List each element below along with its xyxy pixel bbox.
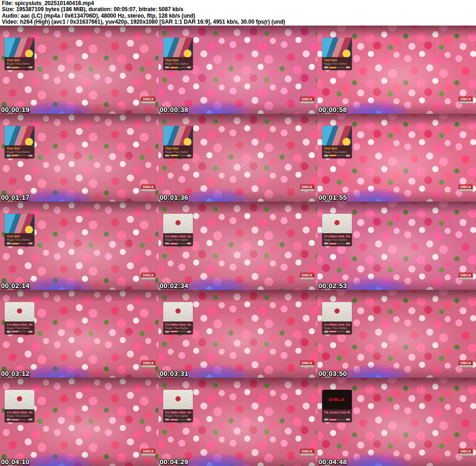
dmca-badge-label: DMCA (141, 361, 155, 365)
music-player-overlay: Thot Shit Megan Thee Stallion (163, 38, 193, 70)
dmca-badge-strip (459, 189, 473, 191)
track-meta: Cry Baby (feat. DaBaby) Megan Thee Stall… (163, 322, 193, 335)
dmca-badge-strip (459, 277, 473, 280)
album-art (5, 38, 34, 57)
dmca-badge-strip (459, 365, 473, 368)
dmca-badge-strip (459, 453, 473, 456)
track-meta: Thot Shit Megan Thee Stallion (5, 233, 34, 246)
track-elapsed-time (324, 331, 328, 333)
album-art (163, 214, 193, 233)
track-elapsed-time (7, 155, 11, 157)
dmca-badge-label: DMCA (300, 97, 314, 101)
album-art (5, 390, 34, 409)
track-progress (324, 243, 350, 244)
track-meta: Thot Shit Megan Thee Stallion (322, 145, 352, 158)
track-meta: Cry Baby (feat. DaBaby) Megan Thee Stall… (163, 409, 193, 422)
file-info-header: File: spicysluts_202510140416.mp4 Size: … (0, 0, 476, 26)
dmca-badge: DMCA (300, 361, 314, 368)
track-total-time (187, 419, 191, 420)
video-thumbnail[interactable]: Thot Shit Megan Thee Stallion DMCA 00:00… (159, 26, 317, 114)
track-title: Thot Shit (7, 235, 33, 238)
video-thumbnail[interactable]: Cry Baby (feat. DaBaby) Megan Thee Stall… (0, 378, 159, 466)
track-progress (7, 66, 33, 68)
track-progress-bar (12, 331, 27, 332)
track-elapsed-time (324, 155, 328, 157)
track-total-time (346, 155, 350, 157)
video-thumbnail[interactable]: Thot Shit Megan Thee Stallion DMCA 00:02… (0, 202, 159, 290)
track-total-time (187, 243, 191, 244)
track-title: Cry Baby (feat. DaBaby) (324, 235, 350, 238)
track-title: Cry Baby (feat. DaBaby) (7, 411, 33, 414)
video-thumbnail[interactable]: Thot Shit Megan Thee Stallion DMCA 00:00… (0, 26, 159, 114)
dmca-badge-label: DMCA (141, 449, 155, 453)
video-thumbnail[interactable]: Cry Baby (feat. DaBaby) Megan Thee Stall… (159, 202, 317, 290)
track-elapsed-time (7, 419, 11, 420)
track-progress (324, 419, 350, 420)
track-progress-bar (170, 419, 186, 420)
video-info-line: Video: h264 (High) (avc1 / 0x31637661), … (2, 19, 476, 25)
timestamp-label: 00:02:53 (318, 282, 347, 289)
dmca-badge-strip (300, 453, 314, 456)
track-progress-bar (170, 243, 186, 244)
track-total-time (346, 419, 350, 420)
music-player-overlay: Cry Baby (feat. DaBaby) Megan Thee Stall… (163, 302, 193, 335)
track-elapsed-time (7, 331, 11, 333)
music-player-overlay: Cry Baby (feat. DaBaby) Megan Thee Stall… (163, 390, 193, 422)
dmca-badge: DMCA (300, 184, 314, 191)
track-meta: Thot Shit Megan Thee Stallion (163, 57, 193, 70)
track-progress-bar (12, 243, 27, 244)
music-player-overlay: Cry Baby (feat. DaBaby) Megan Thee Stall… (322, 214, 352, 246)
dmca-badge: DMCA (459, 184, 473, 191)
video-thumbnail[interactable]: Thot Shit Megan Thee Stallion DMCA 00:01… (317, 114, 476, 202)
dmca-badge: DMCA (141, 184, 155, 191)
dmca-badge-label: DMCA (459, 184, 473, 189)
dmca-badge-label: DMCA (141, 97, 155, 101)
track-progress-bar (12, 155, 27, 156)
track-total-time (346, 66, 350, 68)
track-total-time (28, 155, 33, 157)
album-art (163, 126, 193, 145)
dmca-badge: DMCA (141, 97, 155, 104)
track-title: Thot Shit (165, 147, 191, 150)
timestamp-label: 00:00:58 (318, 105, 347, 113)
track-meta: Thot Shit Megan Thee Stallion (163, 145, 193, 158)
track-progress (7, 243, 33, 244)
dmca-badge: DMCA (300, 449, 314, 456)
track-meta: Cry Baby (feat. DaBaby) Megan Thee Stall… (322, 233, 352, 246)
video-thumbnail[interactable]: Cry Baby (feat. DaBaby) Megan Thee Stall… (159, 378, 317, 466)
video-thumbnail[interactable]: Cry Baby (feat. DaBaby) Megan Thee Stall… (159, 290, 317, 378)
album-art (163, 38, 193, 57)
track-title: Thot Shit (324, 59, 350, 62)
track-artist: Megan Thee Stallion (7, 327, 33, 329)
track-elapsed-time (7, 66, 11, 68)
track-total-time (28, 243, 33, 244)
timestamp-label: 00:02:14 (1, 282, 30, 289)
track-progress-bar (329, 331, 345, 332)
video-thumbnail[interactable]: Thot Shit Megan Thee Stallion DMCA 00:01… (159, 114, 317, 202)
track-total-time (346, 331, 350, 333)
track-artist: Megan Thee Stallion (324, 327, 350, 329)
track-title: Tdj Jersey Club Mix (324, 411, 350, 414)
video-thumbnail[interactable]: Thot Shit Megan Thee Stallion DMCA 00:01… (0, 114, 159, 202)
video-thumbnail[interactable]: Cry Baby (feat. DaBaby) Megan Thee Stall… (0, 290, 159, 378)
music-player-overlay: Thot Shit Megan Thee Stallion (163, 126, 193, 158)
music-player-overlay: Thot Shit Megan Thee Stallion (5, 126, 34, 158)
track-title: Thot Shit (324, 147, 350, 150)
timestamp-label: 00:01:17 (1, 193, 30, 201)
music-player-overlay: Cry Baby (feat. DaBaby) Megan Thee Stall… (163, 214, 193, 246)
music-player-overlay: Thot Shit Megan Thee Stallion (5, 38, 34, 70)
video-thumbnail[interactable]: GIRLS Tdj Jersey Club Mix DMCA 00:04:48 (317, 378, 476, 466)
video-thumbnail[interactable]: Cry Baby (feat. DaBaby) Megan Thee Stall… (317, 290, 476, 378)
track-title: Thot Shit (165, 59, 191, 62)
timestamp-label: 00:04:48 (318, 458, 347, 466)
track-artist: Megan Thee Stallion (324, 238, 350, 241)
track-progress (165, 331, 191, 333)
dmca-badge-strip (141, 189, 155, 191)
dmca-badge: DMCA (300, 97, 314, 104)
timestamp-label: 00:01:55 (318, 193, 347, 201)
dmca-badge-label: DMCA (141, 184, 155, 189)
dmca-badge-strip (300, 101, 314, 104)
video-thumbnail[interactable]: Cry Baby (feat. DaBaby) Megan Thee Stall… (317, 202, 476, 290)
video-thumbnail[interactable]: Thot Shit Megan Thee Stallion DMCA 00:00… (317, 26, 476, 114)
album-art (5, 302, 34, 322)
